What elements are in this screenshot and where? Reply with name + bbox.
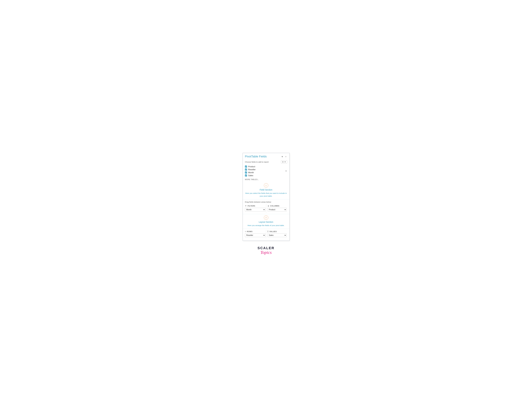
field-checkbox-product[interactable]: [245, 166, 247, 168]
annotation-2-section: 2 Layout Section Here you arrange the fi…: [243, 214, 289, 229]
panel-title: PivotTable Fields: [245, 155, 267, 158]
areas-grid-top: ▼ FILTERS Month ⫼ COLUMNS Product: [243, 204, 289, 214]
values-icon: Σ: [268, 230, 269, 233]
brand-section: SCALER Topics: [257, 246, 274, 255]
field-checkbox-month[interactable]: [245, 171, 247, 173]
annotation-1-title: Field Section: [260, 188, 272, 191]
values-header: Σ VALUES: [268, 230, 287, 233]
annotation-1-badge: 1: [264, 183, 268, 187]
field-checkbox-sales[interactable]: [245, 174, 247, 177]
field-item-sales: Sales: [245, 174, 287, 177]
columns-area: ⫼ COLUMNS Product: [266, 204, 287, 213]
field-list: Product Reseller Month Sales ▼: [243, 164, 289, 178]
filters-area: ▼ FILTERS Month: [245, 204, 266, 213]
gear-button[interactable]: ⚙ ▼: [281, 160, 287, 163]
annotation-2-badge: 2: [264, 215, 268, 220]
columns-label: COLUMNS: [270, 205, 279, 207]
field-checkbox-reseller[interactable]: [245, 169, 247, 170]
gear-dropdown-icon: ▼: [284, 161, 286, 163]
annotation-2-desc: Here you arrange the fields of your pivo…: [248, 224, 285, 227]
columns-icon: ⫼: [268, 205, 270, 207]
areas-grid-bottom: ≡ ROWS Reseller Σ VALUES Sales: [243, 230, 289, 241]
filters-label: FILTERS: [248, 205, 255, 207]
values-label: VALUES: [269, 230, 277, 232]
columns-select[interactable]: Product: [268, 208, 287, 212]
field-label-sales: Sales: [248, 174, 253, 177]
filters-header: ▼ FILTERS: [245, 205, 265, 207]
rows-area: ≡ ROWS Reseller: [245, 230, 266, 238]
gear-icon: ⚙: [282, 161, 284, 163]
fields-label-row: Choose fields to add to report: ⚙ ▼: [243, 160, 289, 164]
field-label-product: Product: [248, 165, 255, 168]
annotation-1-desc: Here you select the fields that you want…: [245, 192, 287, 197]
fields-label-text: Choose fields to add to report:: [245, 161, 269, 163]
pivottable-fields-panel: PivotTable Fields ▼ × Choose fields to a…: [243, 153, 289, 241]
filters-select[interactable]: Month: [245, 208, 265, 212]
filter-icon: ▼: [285, 170, 287, 172]
annotation-2-title: Layout Section: [259, 221, 273, 223]
rows-icon: ≡: [245, 230, 246, 233]
rows-select[interactable]: Reseller: [245, 233, 265, 237]
annotation-1-section: 1 Field Section Here you select the fiel…: [243, 182, 289, 199]
values-select[interactable]: Sales: [268, 233, 287, 237]
filters-icon: ▼: [245, 205, 247, 207]
values-area: Σ VALUES Sales: [266, 230, 287, 238]
columns-header: ⫼ COLUMNS: [268, 205, 287, 207]
field-label-reseller: Reseller: [248, 168, 256, 171]
brand-topics-text: Topics: [260, 250, 271, 255]
panel-header: PivotTable Fields ▼ ×: [243, 153, 289, 160]
rows-label: ROWS: [247, 230, 253, 232]
rows-header: ≡ ROWS: [245, 230, 265, 233]
more-tables-link[interactable]: MORE TABLES...: [243, 178, 289, 182]
field-item-product: Product: [245, 165, 287, 168]
brand-scaler-text: SCALER: [257, 246, 274, 250]
drag-label: Drag fields between areas below:: [243, 199, 289, 204]
field-item-reseller: Reseller: [245, 168, 287, 171]
field-label-month: Month: [248, 171, 254, 174]
header-actions: ▼ ×: [280, 155, 287, 158]
field-item-month: Month: [245, 171, 287, 174]
dropdown-btn[interactable]: ▼: [280, 155, 284, 158]
close-btn[interactable]: ×: [285, 155, 287, 158]
